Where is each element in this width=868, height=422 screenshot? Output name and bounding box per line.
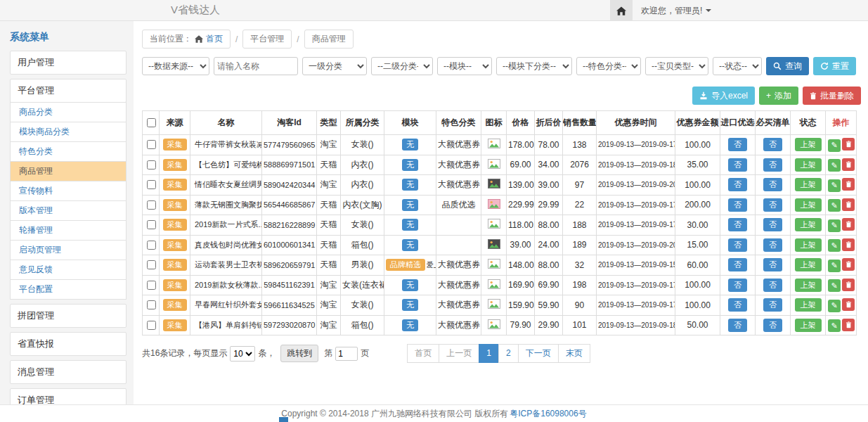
batch-delete-button[interactable]: 批量删除	[803, 87, 861, 105]
import-select-toggle[interactable]: 否	[728, 298, 747, 312]
row-checkbox[interactable]	[147, 300, 156, 309]
must-buy-toggle[interactable]: 否	[763, 319, 782, 332]
row-checkbox[interactable]	[147, 220, 156, 229]
breadcrumb-home-link[interactable]: 首页	[206, 33, 223, 45]
import-select-toggle[interactable]: 否	[728, 138, 747, 151]
data-source-select[interactable]: --数据来源--	[142, 57, 209, 75]
row-checkbox[interactable]	[147, 180, 156, 189]
page-size-select[interactable]: 10	[230, 346, 255, 362]
import-select-toggle[interactable]: 否	[728, 198, 747, 212]
delete-button[interactable]	[842, 158, 855, 171]
sidebar-item[interactable]: 平台配置	[10, 279, 127, 300]
delete-button[interactable]	[842, 138, 855, 151]
feature-category-select[interactable]: --特色分类--	[576, 57, 641, 75]
status-select[interactable]: --状态--	[713, 57, 762, 75]
status-toggle[interactable]: 上架	[795, 198, 822, 212]
import-select-toggle[interactable]: 否	[728, 258, 747, 271]
import-select-toggle[interactable]: 否	[728, 238, 747, 252]
module-badge[interactable]: 无	[402, 179, 418, 191]
status-toggle[interactable]: 上架	[795, 258, 822, 271]
row-checkbox[interactable]	[147, 321, 156, 330]
sidebar-item[interactable]: 拼团管理	[10, 304, 127, 328]
must-buy-toggle[interactable]: 否	[763, 258, 782, 271]
edit-button[interactable]: ✎	[828, 239, 841, 252]
must-buy-toggle[interactable]: 否	[763, 279, 782, 292]
sidebar-item[interactable]: 省直快报	[10, 332, 127, 356]
row-checkbox[interactable]	[147, 200, 156, 210]
sidebar-item[interactable]: 用户管理	[10, 51, 127, 75]
import-select-toggle[interactable]: 否	[728, 319, 747, 332]
edit-button[interactable]: ✎	[828, 279, 841, 292]
delete-button[interactable]	[842, 258, 855, 271]
edit-button[interactable]: ✎	[828, 219, 841, 232]
sidebar-item[interactable]: 商品管理	[10, 161, 127, 181]
import-select-toggle[interactable]: 否	[728, 279, 747, 292]
icp-link[interactable]: 粤ICP备16098006号	[510, 408, 586, 420]
import-excel-button[interactable]: 导入excel	[692, 87, 755, 105]
pager-button[interactable]: 末页	[558, 344, 590, 363]
module-sub-category-select[interactable]: --模块下分类--	[496, 57, 572, 75]
module-badge[interactable]: 无	[402, 299, 418, 311]
level1-category-select[interactable]: 一级分类	[302, 57, 367, 75]
row-checkbox[interactable]	[147, 160, 156, 170]
module-badge[interactable]: 无	[402, 159, 418, 171]
status-toggle[interactable]: 上架	[795, 279, 822, 292]
sidebar-item[interactable]: 版本管理	[10, 200, 127, 221]
module-badge[interactable]: 无	[402, 239, 418, 251]
select-all-checkbox[interactable]	[147, 118, 156, 127]
level2-category-select[interactable]: --二级分类--	[371, 57, 433, 75]
row-checkbox[interactable]	[147, 241, 156, 250]
reset-button[interactable]: 重置	[813, 57, 856, 75]
import-select-toggle[interactable]: 否	[728, 158, 747, 172]
status-toggle[interactable]: 上架	[795, 238, 822, 252]
sidebar-item[interactable]: 启动页管理	[10, 240, 127, 260]
name-search-input[interactable]	[214, 57, 298, 75]
edit-button[interactable]: ✎	[828, 319, 841, 332]
user-menu[interactable]: 欢迎您，管理员!	[633, 0, 720, 21]
sidebar-item[interactable]: 订单管理	[10, 388, 127, 404]
sidebar-item[interactable]: 消息管理	[10, 360, 127, 384]
module-badge[interactable]: 无	[402, 319, 418, 331]
status-toggle[interactable]: 上架	[795, 158, 822, 172]
must-buy-toggle[interactable]: 否	[763, 298, 782, 312]
row-checkbox[interactable]	[147, 281, 156, 290]
status-toggle[interactable]: 上架	[795, 178, 822, 191]
delete-button[interactable]	[842, 178, 855, 191]
must-buy-toggle[interactable]: 否	[763, 178, 782, 191]
home-button[interactable]	[610, 0, 633, 21]
add-button[interactable]: + 添加	[759, 87, 798, 105]
sidebar-item[interactable]: 宣传物料	[10, 181, 127, 201]
row-checkbox[interactable]	[147, 260, 156, 269]
edit-button[interactable]: ✎	[828, 300, 841, 312]
pager-button[interactable]: 首页	[407, 344, 439, 363]
module-badge[interactable]: 无	[402, 279, 418, 291]
import-select-toggle[interactable]: 否	[728, 178, 747, 191]
must-buy-toggle[interactable]: 否	[763, 138, 782, 151]
pager-button[interactable]: 下一页	[518, 344, 559, 363]
delete-button[interactable]	[842, 279, 855, 291]
edit-button[interactable]: ✎	[828, 260, 841, 272]
page-number-input[interactable]	[335, 347, 358, 361]
module-badge[interactable]: 无	[402, 139, 418, 151]
row-checkbox[interactable]	[147, 140, 156, 149]
item-type-select[interactable]: --宝贝类型--	[645, 57, 708, 75]
edit-button[interactable]: ✎	[828, 159, 841, 172]
sidebar-item[interactable]: 商品分类	[10, 102, 127, 122]
import-select-toggle[interactable]: 否	[728, 218, 747, 231]
delete-button[interactable]	[842, 218, 855, 231]
edit-button[interactable]: ✎	[828, 139, 841, 152]
status-toggle[interactable]: 上架	[795, 138, 822, 151]
status-toggle[interactable]: 上架	[795, 298, 822, 312]
must-buy-toggle[interactable]: 否	[763, 158, 782, 172]
delete-button[interactable]	[842, 319, 855, 331]
delete-button[interactable]	[842, 298, 855, 311]
edit-button[interactable]: ✎	[828, 199, 841, 212]
must-buy-toggle[interactable]: 否	[763, 198, 782, 212]
pager-button[interactable]: 上一页	[439, 344, 479, 363]
module-badge[interactable]: 无	[402, 219, 418, 231]
jump-button[interactable]: 跳转到	[280, 345, 318, 362]
breadcrumb-item-platform[interactable]: 平台管理	[242, 30, 292, 49]
sidebar-item[interactable]: 模块商品分类	[10, 122, 127, 142]
edit-button[interactable]: ✎	[828, 179, 841, 192]
search-button[interactable]: 查询	[766, 57, 809, 75]
